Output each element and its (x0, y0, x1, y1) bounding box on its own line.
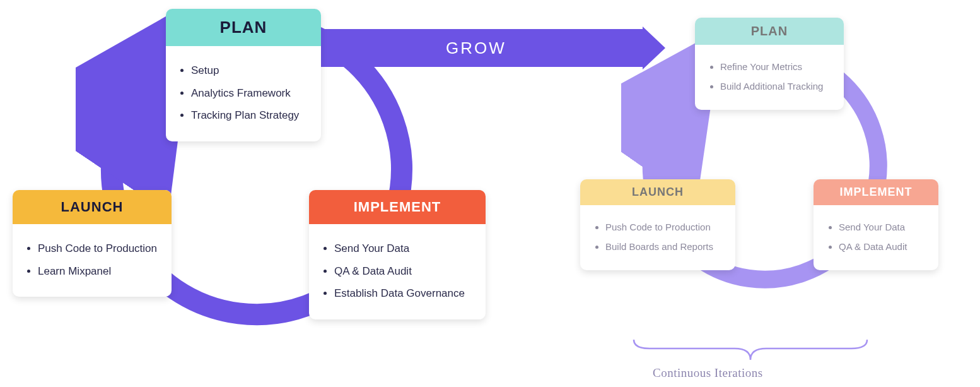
continuous-iterations-caption: Continuous Iterations (653, 366, 763, 380)
launch-card-secondary: LAUNCH Push Code to Production Build Boa… (580, 179, 735, 270)
plan-card-title: PLAN (166, 9, 321, 46)
list-item: Send Your Data (334, 241, 472, 257)
plan-card-list: Setup Analytics Framework Tracking Plan … (182, 63, 307, 124)
implement-card-secondary: IMPLEMENT Send Your Data QA & Data Audit (814, 179, 938, 270)
plan-card-main: PLAN Setup Analytics Framework Tracking … (166, 9, 321, 141)
list-item: Analytics Framework (191, 85, 307, 102)
plan-card-secondary: PLAN Refine Your Metrics Build Additiona… (695, 18, 844, 110)
list-item: Refine Your Metrics (720, 60, 830, 74)
launch-card-title: LAUNCH (13, 190, 172, 224)
plan-card-sec-title: PLAN (695, 18, 844, 45)
list-item: Push Code to Production (38, 241, 158, 257)
launch-card-sec-title: LAUNCH (580, 179, 735, 205)
list-item: Build Additional Tracking (720, 80, 830, 94)
implement-card-sec-list: Send Your Data QA & Data Audit (830, 220, 925, 254)
launch-card-main: LAUNCH Push Code to Production Learn Mix… (13, 190, 172, 297)
grow-label: GROW (309, 29, 643, 67)
launch-card-list: Push Code to Production Learn Mixpanel (29, 241, 158, 279)
implement-card-main: IMPLEMENT Send Your Data QA & Data Audit… (309, 190, 486, 319)
brace-icon (631, 338, 870, 364)
list-item: QA & Data Audit (839, 240, 925, 254)
list-item: Push Code to Production (605, 220, 721, 235)
implement-card-title: IMPLEMENT (309, 190, 486, 224)
list-item: Tracking Plan Strategy (191, 107, 307, 124)
list-item: Establish Data Governance (334, 285, 472, 302)
plan-card-sec-list: Refine Your Metrics Build Additional Tra… (711, 60, 830, 93)
list-item: Setup (191, 63, 307, 79)
list-item: Send Your Data (839, 220, 925, 235)
list-item: Learn Mixpanel (38, 263, 158, 280)
grow-arrow: GROW (309, 29, 668, 67)
list-item: QA & Data Audit (334, 263, 472, 280)
diagram-container: GROW PLAN Setup Analytics Framework Trac… (0, 0, 980, 387)
implement-card-list: Send Your Data QA & Data Audit Establish… (325, 241, 472, 302)
launch-card-sec-list: Push Code to Production Build Boards and… (597, 220, 721, 254)
list-item: Build Boards and Reports (605, 240, 721, 254)
implement-card-sec-title: IMPLEMENT (814, 179, 938, 205)
grow-arrow-head (643, 27, 665, 69)
